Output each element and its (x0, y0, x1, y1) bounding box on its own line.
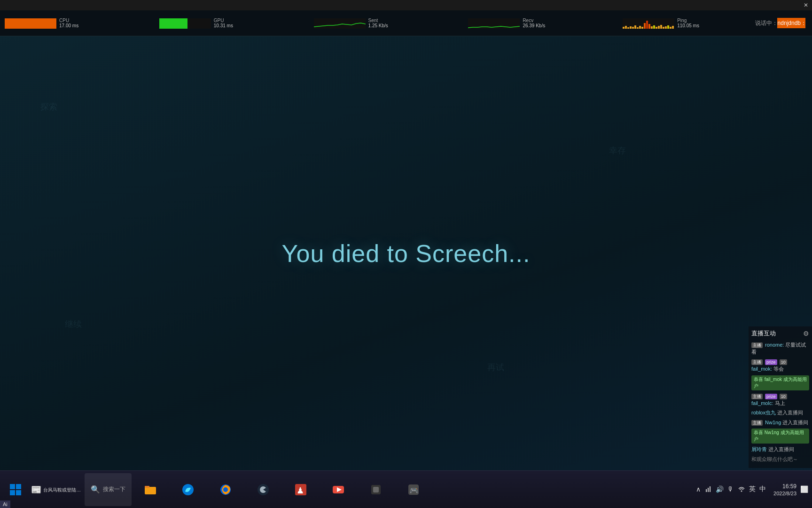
stream-message-0: 主播 ronome: 尽量试试看 (751, 341, 809, 356)
tray-chevron-icon[interactable]: ∧ (696, 485, 701, 493)
svg-rect-41 (706, 489, 707, 492)
svg-rect-5 (634, 25, 636, 29)
host-badge-1: 主播 (751, 359, 763, 365)
news-widget[interactable]: 📰 台风马鞍或登陆广东 (27, 473, 85, 506)
svg-rect-18 (665, 26, 667, 29)
svg-text:🎮: 🎮 (409, 486, 419, 495)
clock-date: 2022/8/23 (773, 491, 796, 496)
svg-rect-21 (672, 26, 674, 29)
host-badge-2: 主播 (751, 394, 763, 399)
keyboard-icon[interactable]: 英 (749, 485, 756, 493)
game-viewport: You died to Screech... 探索 幸存 继续 再试 (0, 36, 812, 470)
ping-graph (623, 18, 674, 29)
recv-value: 26.39 Kb/s (523, 23, 545, 28)
ping-value: 110.05 ms (677, 23, 699, 28)
firefox-button[interactable] (207, 473, 244, 506)
stream-message-2: 主播 prize 10 fail_molc: 马上 (751, 393, 809, 407)
prize-number-1: 10 (780, 359, 787, 365)
username-fail-molc: fail_molc: (751, 400, 773, 406)
clock-area[interactable]: 16:59 2022/8/23 (773, 483, 796, 496)
ping-perf-section: Ping 110.05 ms (623, 17, 777, 29)
gpu-value: 10.31 ms (214, 23, 233, 28)
gpu-label: GPU (214, 18, 233, 23)
stream-message-3: roblox虫九 进入直播间 (751, 409, 809, 416)
game2-button[interactable]: 🎮 (395, 473, 432, 506)
stream-message-5: 屑玲青 进入直播间 (751, 446, 809, 453)
ping-label: Ping (677, 18, 699, 23)
svg-rect-43 (710, 486, 710, 492)
stream-message-1: 主播 prize 10 fail_mok: 等会 (751, 358, 809, 373)
svg-rect-19 (667, 25, 669, 29)
ai-badge: Ai (0, 500, 10, 508)
host-badge-4: 主播 (751, 420, 763, 426)
svg-rect-38 (373, 487, 379, 492)
prize-badge-2: prize (765, 394, 777, 399)
performance-bar: 说话中： ndnjdndb： CPU 17.00 ms GPU 10.31 ms (0, 10, 812, 36)
stream-header: 直播互动 ⚙ (751, 329, 809, 338)
talking-username: ndnjdndb： (778, 19, 806, 27)
svg-rect-10 (646, 21, 648, 29)
svg-rect-0 (623, 27, 625, 29)
username-ronome: ronome: (765, 342, 784, 348)
svg-rect-6 (637, 27, 639, 29)
start-icon (8, 482, 23, 497)
volume-icon[interactable]: 🔊 (716, 485, 724, 493)
game1-icon: ♟ (293, 482, 308, 497)
gpu-graph (159, 18, 211, 29)
cpu-value: 17.00 ms (59, 23, 78, 28)
svg-rect-8 (641, 27, 643, 29)
roblox-button[interactable] (357, 473, 395, 506)
prize-badge-1: prize (765, 359, 777, 365)
network-icon[interactable] (704, 485, 712, 494)
steam-icon (256, 482, 271, 497)
svg-rect-9 (644, 23, 646, 29)
clock-time: 16:59 (782, 483, 796, 491)
enter-room-3: 进入直播间 (777, 410, 803, 415)
search-bar[interactable]: 🔍 搜索一下 (85, 473, 132, 506)
mic-icon[interactable]: 🎙 (727, 485, 734, 493)
svg-rect-22 (10, 484, 15, 489)
msg-text-2: 马上 (775, 400, 785, 406)
svg-rect-42 (708, 488, 709, 492)
recv-perf-section: Recv 26.39 Kb/s (468, 17, 623, 29)
ghost-text-1: 探索 (40, 101, 57, 112)
ime-icon[interactable]: 中 (759, 485, 766, 493)
taskbar: 📰 台风马鞍或登陆广东 🔍 搜索一下 (0, 470, 812, 508)
congrats-bar-2: 恭喜 Nw1ng 成为高能用户 (751, 429, 809, 444)
sent-value: 1.25 Kb/s (368, 23, 388, 28)
svg-rect-12 (651, 26, 653, 29)
close-button[interactable]: ✕ (804, 2, 808, 8)
username-fail-mok: fail_mok: (751, 366, 772, 372)
svg-rect-23 (16, 484, 21, 489)
steam-button[interactable] (244, 473, 282, 506)
youtube-button[interactable] (320, 473, 357, 506)
host-badge: 主播 (751, 342, 763, 348)
file-explorer-button[interactable] (132, 473, 169, 506)
enter-room-5: 进入直播间 (768, 446, 794, 452)
recv-graph (468, 18, 520, 29)
death-message: You died to Screech... (282, 239, 531, 268)
prize-number-2: 10 (780, 394, 787, 399)
chat-hint: 和观众聊点什么吧～ (751, 456, 809, 463)
title-bar: ✕ (0, 0, 812, 10)
cpu-perf-section: CPU 17.00 ms (5, 17, 159, 29)
username-roblox: roblox虫九 (751, 410, 776, 415)
stream-message-4: 主播 Nw1ng 进入直播间 (751, 419, 809, 426)
roblox-icon (368, 482, 383, 497)
stream-title: 直播互动 (751, 329, 776, 338)
stream-settings-icon[interactable]: ⚙ (803, 330, 809, 337)
talking-label: 说话中： (755, 19, 778, 27)
edge-browser-button[interactable] (169, 473, 207, 506)
svg-rect-16 (660, 25, 662, 29)
wifi-icon[interactable] (738, 485, 745, 494)
game1-button[interactable]: ♟ (282, 473, 320, 506)
svg-rect-17 (663, 27, 664, 29)
svg-text:♟: ♟ (297, 486, 304, 495)
file-explorer-icon (143, 482, 158, 497)
gpu-perf-section: GPU 10.31 ms (159, 17, 314, 29)
game2-icon: 🎮 (406, 482, 421, 497)
congrats-bar-1: 恭喜 fail_mok 成为高能用户 (751, 375, 809, 390)
search-label: 搜索一下 (103, 485, 125, 493)
notification-icon[interactable]: ⬜ (800, 485, 808, 493)
svg-rect-27 (145, 486, 149, 488)
